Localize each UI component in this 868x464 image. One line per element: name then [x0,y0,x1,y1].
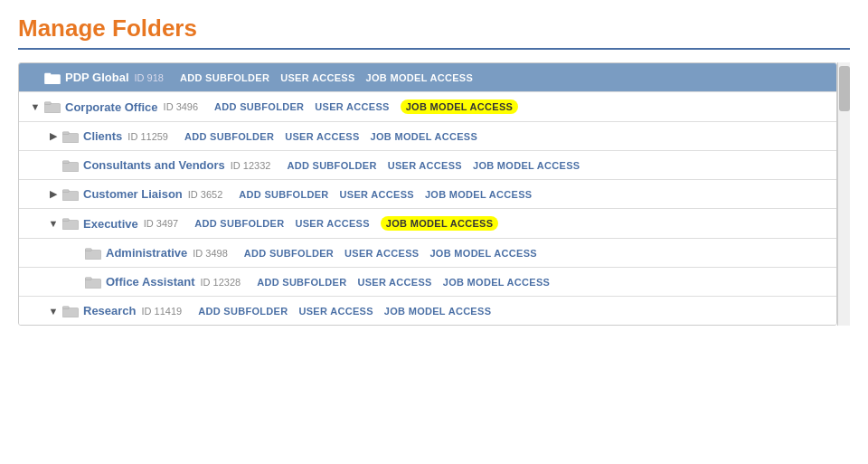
root-actions: ADD SUBFOLDER USER ACCESS JOB MODEL ACCE… [180,72,473,83]
folder-row-6: Office Assistant ID 12328 ADD SUBFOLDERU… [19,268,836,297]
action-4-2[interactable]: JOB MODEL ACCESS [381,216,499,231]
svg-rect-11 [62,219,69,222]
action-3-2[interactable]: JOB MODEL ACCESS [425,189,533,200]
root-folder-id: ID 918 [135,72,164,83]
root-job-model-access[interactable]: JOB MODEL ACCESS [366,72,474,83]
folder-row-7: ▼ Research ID 11419 ADD SUBFOLDERUSER AC… [19,297,836,325]
toggle-expanded-icon[interactable]: ▼ [46,306,61,317]
page-title: Manage Folders [18,14,850,43]
action-7-2[interactable]: JOB MODEL ACCESS [384,306,492,317]
svg-rect-7 [62,160,69,163]
action-5-0[interactable]: ADD SUBFOLDER [244,248,334,259]
svg-rect-16 [62,308,79,317]
action-6-0[interactable]: ADD SUBFOLDER [257,277,346,288]
svg-rect-1 [44,72,51,75]
folder-tree: PDP Global ID 918 ADD SUBFOLDER USER ACC… [18,62,837,326]
svg-rect-8 [62,191,79,201]
action-4-0[interactable]: ADD SUBFOLDER [194,218,284,229]
folder-icon-2 [62,159,79,172]
action-0-1[interactable]: USER ACCESS [315,101,389,112]
toggle-collapsed-icon[interactable]: ▶ [46,130,61,142]
action-3-0[interactable]: ADD SUBFOLDER [239,189,328,200]
action-6-1[interactable]: USER ACCESS [357,277,431,288]
folder-name-7: Research [83,304,137,317]
action-5-1[interactable]: USER ACCESS [344,248,419,259]
folder-id-7: ID 11419 [142,306,183,317]
folder-name-6: Office Assistant [106,275,195,289]
folder-name-2: Consultants and Vendors [83,158,225,172]
action-3-1[interactable]: USER ACCESS [340,189,414,200]
folder-name-4: Executive [83,217,138,231]
action-1-1[interactable]: USER ACCESS [285,131,359,142]
folder-name-5: Administrative [106,246,187,260]
action-7-1[interactable]: USER ACCESS [298,306,373,317]
folder-row-5: Administrative ID 3498 ADD SUBFOLDERUSER… [19,239,836,268]
actions-2: ADD SUBFOLDERUSER ACCESSJOB MODEL ACCESS [287,160,580,171]
folder-row-1: ▶ Clients ID 11259 ADD SUBFOLDERUSER ACC… [19,122,836,151]
actions-4: ADD SUBFOLDERUSER ACCESSJOB MODEL ACCESS [194,216,498,231]
svg-rect-3 [44,102,51,105]
tree-rows: ▼ Corporate Office ID 3496 ADD SUBFOLDER… [19,92,836,325]
root-add-subfolder[interactable]: ADD SUBFOLDER [180,72,269,83]
title-divider [18,48,850,50]
folder-icon-7 [62,305,79,317]
folder-id-6: ID 12328 [201,277,241,288]
toggle-collapsed-icon[interactable]: ▶ [46,188,61,200]
actions-1: ADD SUBFOLDERUSER ACCESSJOB MODEL ACCESS [184,131,477,142]
action-1-2[interactable]: JOB MODEL ACCESS [371,131,478,142]
action-2-1[interactable]: USER ACCESS [388,160,462,171]
folder-row-2: Consultants and Vendors ID 12332 ADD SUB… [19,151,836,180]
action-2-2[interactable]: JOB MODEL ACCESS [473,160,580,171]
action-6-2[interactable]: JOB MODEL ACCESS [443,277,551,288]
folder-id-2: ID 12332 [231,160,271,171]
action-2-0[interactable]: ADD SUBFOLDER [287,160,376,171]
svg-rect-14 [85,279,101,289]
folder-icon-1 [62,130,79,143]
folder-row-root: PDP Global ID 918 ADD SUBFOLDER USER ACC… [19,63,836,92]
svg-rect-9 [62,189,69,192]
svg-rect-13 [85,248,91,251]
folder-id-0: ID 3496 [164,101,199,112]
folder-id-4: ID 3497 [144,218,179,229]
folder-id-5: ID 3498 [193,248,228,259]
folder-name-0: Corporate Office [65,100,158,114]
folder-icon-5 [85,247,101,260]
folder-icon-0 [44,100,61,113]
root-user-access[interactable]: USER ACCESS [280,72,354,83]
action-0-0[interactable]: ADD SUBFOLDER [214,101,304,112]
svg-rect-15 [85,277,91,279]
toggle-expanded-icon[interactable]: ▼ [28,101,42,112]
actions-5: ADD SUBFOLDERUSER ACCESSJOB MODEL ACCESS [244,248,537,259]
folder-row-3: ▶ Customer Liaison ID 3652 ADD SUBFOLDER… [19,180,836,209]
folder-icon-6 [85,276,101,289]
actions-3: ADD SUBFOLDERUSER ACCESSJOB MODEL ACCESS [239,189,532,200]
folder-icon-4 [62,217,79,230]
toggle-expanded-icon[interactable]: ▼ [46,218,61,229]
folder-name-3: Customer Liaison [83,187,183,201]
scrollbar-thumb[interactable] [839,66,850,111]
scrollbar[interactable] [837,62,850,326]
actions-0: ADD SUBFOLDERUSER ACCESSJOB MODEL ACCESS [214,99,518,114]
action-0-2[interactable]: JOB MODEL ACCESS [401,99,519,114]
folder-name-1: Clients [83,129,122,143]
svg-rect-6 [62,162,79,172]
folder-icon-root [44,71,61,84]
action-1-0[interactable]: ADD SUBFOLDER [184,131,274,142]
action-5-2[interactable]: JOB MODEL ACCESS [429,248,537,259]
folder-id-1: ID 11259 [127,131,168,142]
folder-row-0: ▼ Corporate Office ID 3496 ADD SUBFOLDER… [19,92,836,122]
actions-6: ADD SUBFOLDERUSER ACCESSJOB MODEL ACCESS [257,277,550,288]
svg-rect-10 [62,221,79,231]
svg-rect-5 [62,131,69,134]
action-7-0[interactable]: ADD SUBFOLDER [198,306,288,317]
folder-icon-3 [62,188,79,201]
svg-rect-17 [62,306,69,308]
actions-7: ADD SUBFOLDERUSER ACCESSJOB MODEL ACCESS [198,306,491,317]
action-4-1[interactable]: USER ACCESS [295,218,369,229]
page-container: Manage Folders PDP Global ID 918 ADD SUB… [0,0,868,340]
folder-row-4: ▼ Executive ID 3497 ADD SUBFOLDERUSER AC… [19,209,836,239]
svg-rect-2 [44,104,61,114]
svg-rect-0 [44,74,61,84]
svg-rect-12 [85,250,101,260]
folder-id-3: ID 3652 [188,189,223,200]
